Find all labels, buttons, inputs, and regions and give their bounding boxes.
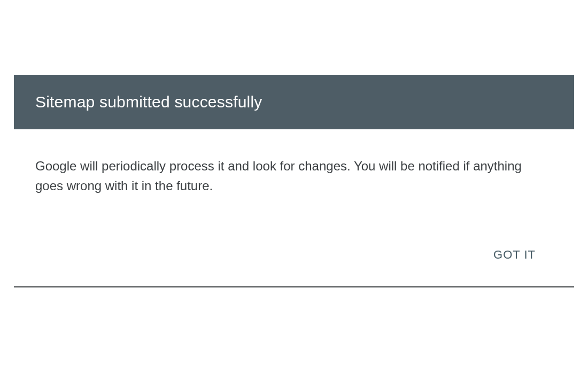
dialog-message: Google will periodically process it and …: [35, 156, 548, 196]
dialog-header: Sitemap submitted successfully: [14, 75, 574, 129]
dialog-actions: GOT IT: [14, 217, 574, 286]
dialog-title: Sitemap submitted successfully: [35, 93, 553, 111]
dialog-body: Google will periodically process it and …: [14, 129, 574, 217]
got-it-button[interactable]: GOT IT: [487, 244, 542, 266]
confirmation-dialog: Sitemap submitted successfully Google wi…: [14, 75, 574, 287]
